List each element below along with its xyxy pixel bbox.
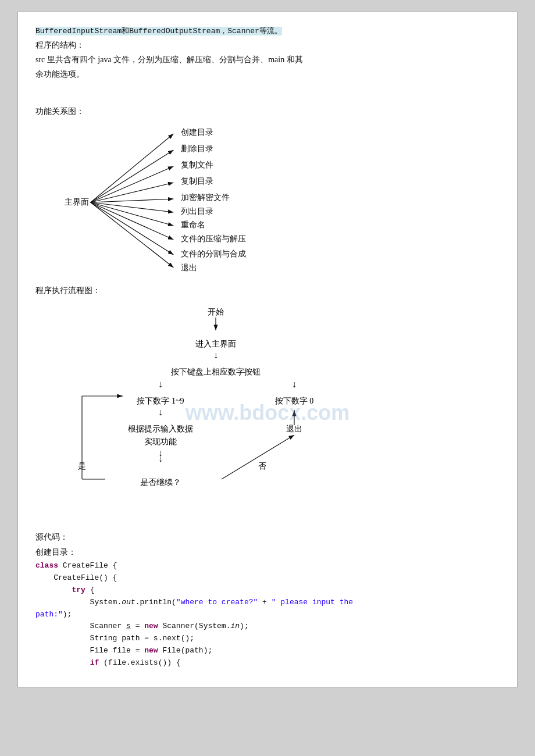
code-line-4: System.out.println("where to create?" + … xyxy=(35,597,500,609)
code-line-1: class CreateFile { xyxy=(35,560,500,572)
code-block: class CreateFile { CreateFile() { try { … xyxy=(35,560,500,669)
svg-line-7 xyxy=(91,202,174,226)
svg-line-6 xyxy=(91,202,174,212)
func-item-0: 创建目录 xyxy=(181,126,213,140)
func-item-4: 加密解密文件 xyxy=(181,191,230,205)
svg-text:↓: ↓ xyxy=(213,320,218,330)
func-arrows-svg xyxy=(35,121,500,278)
svg-line-10 xyxy=(91,202,174,268)
func-item-7: 文件的压缩与解压 xyxy=(181,232,246,246)
code-line-8: File file = new File(path); xyxy=(35,645,500,657)
svg-line-2 xyxy=(91,150,174,202)
svg-line-1 xyxy=(91,134,174,202)
intro-line-3: 余功能选项。 xyxy=(35,67,500,81)
create-dir-title: 创建目录： xyxy=(35,545,500,559)
svg-text:↓: ↓ xyxy=(158,379,163,389)
func-diagram: 主界面 创建目录 删除目录 复制文件 复制目录 加密解密文件 列出目录 重命名 … xyxy=(35,121,500,278)
func-item-1: 删除目录 xyxy=(181,142,213,156)
svg-line-8 xyxy=(91,202,174,240)
svg-text:开始: 开始 xyxy=(208,308,224,316)
func-item-2: 复制文件 xyxy=(181,158,213,172)
document-page: BufferedInputStream和BufferedOutputStream… xyxy=(17,12,518,687)
intro-line-1: 程序的结构： xyxy=(35,38,500,52)
func-title: 功能关系图： xyxy=(35,105,500,119)
code-line-9: if (file.exists()) { xyxy=(35,657,500,669)
code-line-2: CreateFile() { xyxy=(35,572,500,584)
svg-text:↓: ↓ xyxy=(158,454,163,463)
code-line-7: String path = s.next(); xyxy=(35,633,500,645)
intro-text: 程序的结构： src 里共含有四个 java 文件，分别为压缩、解压缩、分割与合… xyxy=(35,38,500,82)
svg-text:↓: ↓ xyxy=(213,350,218,360)
flow-svg: 开始 ↓ 进入主界面 ↓ 按下键盘上相应数字按钮 ↓ ↓ 按下数字 1~9 按下… xyxy=(35,300,501,521)
svg-text:否: 否 xyxy=(258,462,266,470)
source-section: 源代码： 创建目录： class CreateFile { CreateFile… xyxy=(35,530,500,669)
svg-text:实现功能: 实现功能 xyxy=(144,437,177,446)
svg-line-35 xyxy=(222,435,294,479)
svg-text:根据提示输入数据: 根据提示输入数据 xyxy=(128,425,193,433)
flow-title: 程序执行流程图： xyxy=(35,284,500,298)
code-line-3: try { xyxy=(35,584,500,597)
code-line-6: Scanner s = new Scanner(System.in); xyxy=(35,621,500,633)
func-item-5: 列出目录 xyxy=(181,205,213,219)
svg-text:↓: ↓ xyxy=(292,379,297,389)
func-item-3: 复制目录 xyxy=(181,174,213,188)
svg-text:进入主界面: 进入主界面 xyxy=(195,340,236,348)
source-title: 源代码： xyxy=(35,530,500,544)
svg-line-9 xyxy=(91,202,174,255)
svg-text:按下数字 1~9: 按下数字 1~9 xyxy=(137,397,184,405)
intro-highlight-line: BufferedInputStream和BufferedOutputStream… xyxy=(35,24,500,38)
func-item-8: 文件的分割与合成 xyxy=(181,247,246,261)
intro-line-2: src 里共含有四个 java 文件，分别为压缩、解压缩、分割与合并、main … xyxy=(35,52,500,67)
func-item-6: 重命名 xyxy=(181,218,205,232)
svg-text:退出: 退出 xyxy=(286,425,302,433)
flow-diagram: www.bdocx.com 开始 ↓ 进入主界面 ↓ 按下键盘上相应数字按钮 ↓… xyxy=(35,300,500,526)
code-line-5: path:"); xyxy=(35,609,500,621)
svg-text:按下键盘上相应数字按钮: 按下键盘上相应数字按钮 xyxy=(171,368,261,376)
func-main-label: 主界面 xyxy=(65,195,89,209)
func-item-9: 退出 xyxy=(181,261,197,275)
svg-text:按下数字 0: 按下数字 0 xyxy=(275,397,314,405)
svg-text:是否继续？: 是否继续？ xyxy=(140,478,181,487)
svg-line-3 xyxy=(91,166,174,202)
svg-text:↓: ↓ xyxy=(158,407,163,417)
